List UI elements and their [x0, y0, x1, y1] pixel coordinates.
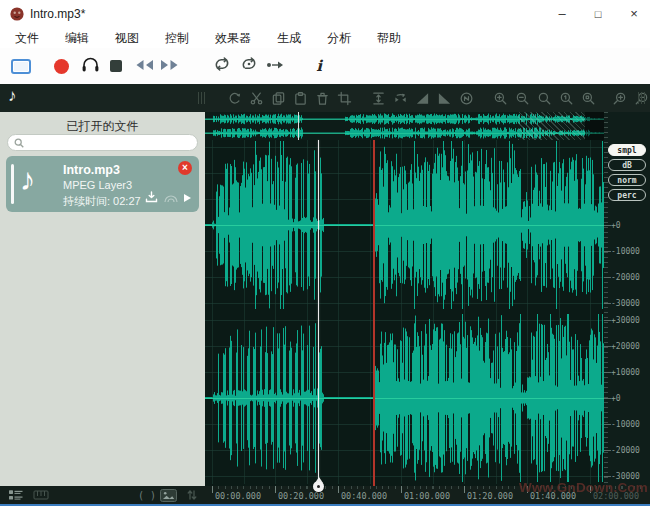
- amplitude-ruler: smpldBnormperc +0-10000-20000-30000+3000…: [604, 112, 650, 486]
- scale-perc-button[interactable]: perc: [608, 189, 646, 201]
- minimize-button[interactable]: –: [548, 4, 576, 24]
- trim-icon[interactable]: [336, 90, 352, 106]
- keyboard-icon[interactable]: [33, 488, 49, 502]
- info-button[interactable]: i: [310, 48, 328, 84]
- undo-icon[interactable]: [226, 90, 242, 106]
- loop-button[interactable]: [210, 48, 234, 84]
- menu-item-6[interactable]: 分析: [314, 28, 364, 48]
- ruler-label: -10000: [611, 247, 640, 256]
- skip-forward-button[interactable]: [157, 48, 183, 84]
- play-from-cursor-button[interactable]: [263, 48, 287, 84]
- ruler-label: -10000: [611, 420, 640, 429]
- toolbar-separator: [480, 98, 486, 99]
- reverse-icon[interactable]: [392, 90, 408, 106]
- scale-dB-button[interactable]: dB: [608, 159, 646, 171]
- scale-mode-buttons: smpldBnormperc: [606, 144, 648, 201]
- playhead-line: [373, 140, 375, 486]
- scale-smpl-button[interactable]: smpl: [608, 144, 646, 156]
- minimap-end-shade: [585, 112, 604, 140]
- loop-icon: [213, 57, 231, 75]
- ruler-label: -20000: [611, 446, 640, 455]
- file-duration: 持续时间: 02:27: [63, 194, 141, 209]
- menu-item-3[interactable]: 控制: [152, 28, 202, 48]
- thumbnail-view-icon[interactable]: [160, 488, 177, 502]
- zoom-one-icon[interactable]: [558, 90, 574, 106]
- waveform-channel-left[interactable]: [205, 140, 604, 312]
- stop-button[interactable]: [107, 48, 125, 84]
- edit-cursor-line[interactable]: [318, 140, 319, 486]
- maximize-button[interactable]: □: [584, 4, 612, 24]
- file-name: Intro.mp3: [63, 163, 120, 177]
- ruler-label: -30000: [611, 299, 640, 308]
- minimap-offscreen-hatch: [518, 112, 585, 140]
- file-play-icon[interactable]: [184, 194, 191, 202]
- scale-norm-button[interactable]: norm: [608, 174, 646, 186]
- paste-icon[interactable]: [292, 90, 308, 106]
- watermark-text: Www.GnDown.Com: [488, 480, 648, 495]
- minimap-cursor: [298, 112, 299, 140]
- file-format: MPEG Layer3: [63, 179, 132, 191]
- sort-icon[interactable]: [186, 488, 198, 502]
- audio-file-icon: ♪: [8, 86, 17, 106]
- loudness-icon[interactable]: [458, 90, 474, 106]
- cursor-handle[interactable]: [312, 477, 325, 493]
- record-button[interactable]: [50, 48, 72, 84]
- file-close-button[interactable]: ×: [178, 161, 192, 175]
- rewind-icon: [134, 57, 154, 75]
- edit-toolbar: ♪: [0, 84, 650, 112]
- cut-icon[interactable]: [248, 90, 264, 106]
- headphones-icon: [81, 56, 100, 77]
- fade-in-icon[interactable]: [414, 90, 430, 106]
- selection-tool-button[interactable]: [8, 48, 34, 84]
- record-icon: [54, 59, 69, 74]
- ripple-icon[interactable]: [163, 189, 179, 207]
- fade-out-icon[interactable]: [436, 90, 452, 106]
- loop-selection-button[interactable]: [237, 48, 261, 84]
- toolbar-drag-handle[interactable]: [198, 92, 206, 104]
- skip-back-button[interactable]: [131, 48, 157, 84]
- search-icon: [14, 134, 24, 152]
- window-title: Intro.mp3*: [30, 7, 85, 21]
- zoom-sel-icon[interactable]: [580, 90, 596, 106]
- menu-item-5[interactable]: 生成: [264, 28, 314, 48]
- zoom-v-in-icon[interactable]: [611, 90, 627, 106]
- transport-toolbar: i 44.1 kHz stereo -0000:00:54.460: [0, 48, 650, 84]
- menu-item-7[interactable]: 帮助: [364, 28, 414, 48]
- stop-icon: [110, 60, 122, 72]
- music-note-icon: ♪: [20, 162, 36, 198]
- ruler-label: +0: [611, 394, 621, 403]
- toolbar-drag-handle-right[interactable]: [638, 92, 646, 104]
- menu-item-0[interactable]: 文件: [2, 28, 52, 48]
- loop-selection-icon: [240, 57, 258, 75]
- menu-item-4[interactable]: 效果器: [202, 28, 264, 48]
- selected-indicator: [11, 164, 14, 204]
- ruler-label: +10000: [611, 368, 640, 377]
- ruler-label: +0: [611, 221, 621, 230]
- waveform-editor[interactable]: [205, 112, 604, 486]
- file-card-intro-mp3[interactable]: ♪ Intro.mp3 MPEG Layer3 持续时间: 02:27 ×: [6, 156, 199, 212]
- opened-files-panel: 已打开的文件 ♪ Intro.mp3 MPEG Layer3 持续时间: 02:…: [0, 112, 205, 486]
- zoom-icon[interactable]: [536, 90, 552, 106]
- amplify-icon[interactable]: [370, 90, 386, 106]
- zoom-in-icon[interactable]: [492, 90, 508, 106]
- copy-icon[interactable]: [270, 90, 286, 106]
- timeline-label: 01:00.000: [404, 491, 450, 501]
- titlebar: Intro.mp3* – □ ×: [0, 0, 650, 28]
- app-logo-icon: [9, 6, 25, 22]
- zoom-out-icon[interactable]: [514, 90, 530, 106]
- waveform-channel-right[interactable]: [205, 312, 604, 484]
- menu-item-2[interactable]: 视图: [102, 28, 152, 48]
- save-file-icon[interactable]: [145, 189, 158, 207]
- selection-bounds-icon[interactable]: ( ): [138, 488, 156, 502]
- close-button[interactable]: ×: [620, 4, 648, 24]
- delete-icon[interactable]: [314, 90, 330, 106]
- timeline-label: 00:00.000: [215, 491, 261, 501]
- fast-forward-icon: [160, 57, 180, 75]
- menu-item-1[interactable]: 编辑: [52, 28, 102, 48]
- ocenaudio-window: Intro.mp3* – □ × 文件编辑视图控制效果器生成分析帮助 i: [0, 0, 650, 506]
- ruler-label: +30000: [611, 316, 640, 325]
- list-view-icon[interactable]: [8, 488, 23, 502]
- file-search-box[interactable]: [7, 134, 198, 151]
- search-input[interactable]: [24, 136, 184, 149]
- play-button[interactable]: [78, 48, 102, 84]
